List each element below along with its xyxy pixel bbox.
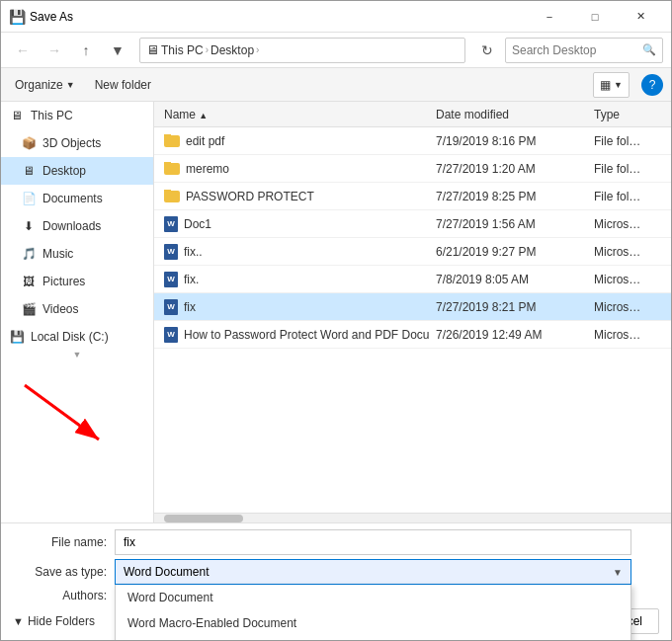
sidebar-label-pictures: Pictures: [42, 275, 85, 288]
sidebar-item-desktop[interactable]: 🖥 Desktop: [1, 157, 153, 185]
file-name-cell: W Doc1: [158, 216, 430, 232]
file-name: Doc1: [184, 217, 211, 231]
file-name-cell: W fix.: [158, 272, 430, 287]
dropdown-item-word-macro[interactable]: Word Macro-Enabled Document: [116, 610, 630, 636]
horizontal-scrollbar[interactable]: [154, 513, 671, 522]
scrollbar-thumb[interactable]: [164, 515, 243, 522]
sidebar-item-3d-objects[interactable]: 📦 3D Objects: [1, 129, 153, 157]
col-header-name[interactable]: Name ▲: [158, 108, 430, 121]
folder-icon: [164, 163, 180, 175]
sidebar-item-documents[interactable]: 📄 Documents: [1, 185, 153, 212]
file-list-container: Name ▲ Date modified Type edit pdf 7/19/…: [154, 102, 671, 522]
saveas-type-wrapper: Word Document ▼ Word Document Word Macro…: [115, 559, 631, 585]
word-icon: W: [164, 244, 178, 260]
sidebar-label-music: Music: [42, 247, 73, 261]
file-type: File fol…: [588, 162, 667, 176]
back-button[interactable]: ←: [9, 37, 37, 64]
file-date: 7/19/2019 8:16 PM: [430, 134, 588, 148]
hide-folders-arrow-icon: ▼: [13, 615, 24, 627]
file-name-cell: meremo: [158, 162, 430, 176]
table-row[interactable]: PASSWORD PROTECT 7/27/2019 8:25 PM File …: [154, 183, 671, 210]
sidebar-item-this-pc[interactable]: 🖥 This PC: [1, 102, 153, 129]
hide-folders-button[interactable]: ▼ Hide Folders: [13, 614, 95, 628]
file-type: Micros…: [588, 245, 667, 259]
sidebar-item-downloads[interactable]: ⬇ Downloads: [1, 212, 153, 240]
title-bar-icon: 💾: [9, 9, 26, 25]
navigation-toolbar: ← → ↑ ▼ 🖥 This PC › Desktop › ↻ 🔍: [1, 33, 671, 68]
sidebar-label-this-pc: This PC: [31, 109, 73, 122]
music-icon: 🎵: [21, 246, 37, 262]
forward-button[interactable]: →: [41, 37, 68, 64]
sidebar-scroll-down[interactable]: ▼: [1, 351, 153, 359]
table-row[interactable]: W fix. 7/8/2019 8:05 AM Micros…: [154, 266, 671, 293]
scroll-down-icon: ▼: [73, 350, 82, 360]
file-date: 6/21/2019 9:27 PM: [430, 245, 588, 259]
organize-button[interactable]: Organize ▼: [9, 72, 81, 98]
table-row[interactable]: W How to Password Protect Word and PDF D…: [154, 321, 671, 349]
file-name-cell: PASSWORD PROTECT: [158, 190, 430, 203]
this-pc-icon: 🖥: [9, 108, 25, 123]
folder-icon: [164, 191, 180, 202]
pictures-icon: 🖼: [21, 274, 37, 289]
search-input[interactable]: [512, 43, 638, 57]
documents-icon: 📄: [21, 191, 37, 206]
table-row[interactable]: edit pdf 7/19/2019 8:16 PM File fol…: [154, 127, 671, 155]
saveas-type-value: Word Document: [124, 565, 209, 579]
breadcrumb-sep1: ›: [206, 44, 209, 55]
3d-objects-icon: 📦: [21, 135, 37, 151]
view-button[interactable]: ▦ ▼: [593, 72, 630, 98]
close-button[interactable]: ✕: [618, 1, 663, 33]
file-name: meremo: [186, 162, 229, 176]
file-name: PASSWORD PROTECT: [186, 190, 314, 203]
maximize-button[interactable]: □: [572, 1, 618, 33]
file-date: 7/27/2019 8:25 PM: [430, 190, 588, 203]
recent-icon: ▼: [111, 42, 125, 58]
sidebar-item-videos[interactable]: 🎬 Videos: [1, 295, 153, 323]
file-type: Micros…: [588, 273, 667, 286]
dropdown-item-word-doc[interactable]: Word Document: [116, 585, 630, 610]
table-row[interactable]: W fix 7/27/2019 8:21 PM Micros…: [154, 293, 671, 321]
desktop-icon: 🖥: [21, 163, 37, 179]
refresh-button[interactable]: ↻: [473, 37, 501, 64]
dropdown-item-word-97-2003[interactable]: Word 97-2003 Document: [116, 636, 630, 640]
sidebar-label-videos: Videos: [42, 302, 78, 316]
help-button[interactable]: ?: [641, 74, 663, 96]
sidebar: 🖥 This PC 📦 3D Objects 🖥 Desktop 📄 Docum…: [1, 102, 154, 522]
organize-chevron-icon: ▼: [66, 80, 75, 90]
videos-icon: 🎬: [21, 301, 37, 317]
recent-locations-button[interactable]: ▼: [104, 37, 131, 64]
word-icon: W: [164, 272, 178, 287]
main-content: 🖥 This PC 📦 3D Objects 🖥 Desktop 📄 Docum…: [1, 102, 671, 522]
address-bar[interactable]: 🖥 This PC › Desktop ›: [139, 38, 465, 63]
breadcrumb-folder-icon: 🖥: [146, 42, 159, 57]
breadcrumb-sep2: ›: [256, 44, 259, 55]
sidebar-label-local-disk: Local Disk (C:): [31, 330, 109, 344]
file-name: How to Password Protect Word and PDF Doc…: [184, 328, 430, 342]
search-bar[interactable]: 🔍: [505, 38, 663, 63]
bottom-form: File name: Save as type: Word Document ▼…: [1, 522, 671, 640]
content-area: Organize ▼ New folder ▦ ▼ ? 🖥 This PC 📦 …: [1, 68, 671, 640]
hide-folders-label: Hide Folders: [28, 614, 95, 628]
word-icon: W: [164, 327, 178, 343]
table-row[interactable]: meremo 7/27/2019 1:20 AM File fol…: [154, 155, 671, 183]
filename-input[interactable]: [115, 529, 631, 555]
col-header-type[interactable]: Type: [588, 108, 667, 121]
table-row[interactable]: W fix.. 6/21/2019 9:27 PM Micros…: [154, 238, 671, 266]
sidebar-item-music[interactable]: 🎵 Music: [1, 240, 153, 268]
title-bar: 💾 Save As − □ ✕: [1, 1, 671, 33]
forward-icon: →: [47, 42, 61, 58]
back-icon: ←: [16, 42, 30, 58]
view-arrow-icon: ▼: [614, 80, 623, 90]
sidebar-label-downloads: Downloads: [42, 219, 101, 233]
sidebar-label-documents: Documents: [42, 192, 103, 205]
up-button[interactable]: ↑: [72, 37, 100, 64]
sidebar-item-local-disk[interactable]: 💾 Local Disk (C:): [1, 323, 153, 351]
file-list-header: Name ▲ Date modified Type: [154, 102, 671, 127]
refresh-icon: ↻: [481, 42, 493, 58]
table-row[interactable]: W Doc1 7/27/2019 1:56 AM Micros…: [154, 210, 671, 238]
minimize-button[interactable]: −: [527, 1, 572, 33]
col-header-date[interactable]: Date modified: [430, 108, 588, 121]
saveas-type-select[interactable]: Word Document ▼: [115, 559, 631, 585]
new-folder-button[interactable]: New folder: [89, 72, 157, 98]
sidebar-item-pictures[interactable]: 🖼 Pictures: [1, 268, 153, 295]
